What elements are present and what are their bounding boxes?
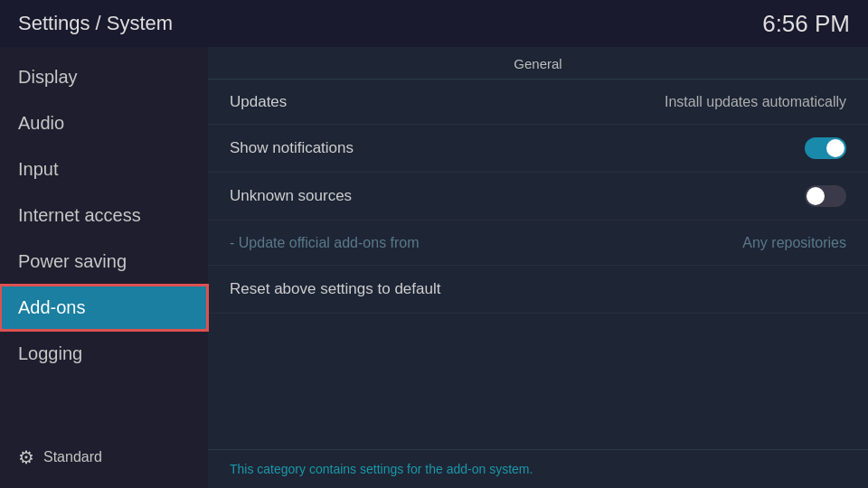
content-area: General UpdatesInstall updates automatic… bbox=[208, 47, 868, 488]
page-title: Settings / System bbox=[18, 12, 173, 35]
reset-row[interactable]: Reset above settings to default bbox=[208, 266, 868, 314]
reset-label: Reset above settings to default bbox=[230, 280, 440, 297]
setting-value-update-official-addons: Any repositories bbox=[742, 235, 846, 251]
setting-row-show-notifications[interactable]: Show notifications bbox=[208, 125, 868, 173]
main-layout: DisplayAudioInputInternet accessPower sa… bbox=[0, 47, 868, 488]
sidebar-footer-label: Standard bbox=[43, 449, 102, 465]
sidebar-item-audio[interactable]: Audio bbox=[0, 100, 208, 146]
gear-icon: ⚙ bbox=[18, 446, 34, 468]
toggle-show-notifications[interactable] bbox=[805, 137, 846, 159]
setting-label-unknown-sources: Unknown sources bbox=[230, 187, 352, 205]
sidebar: DisplayAudioInputInternet accessPower sa… bbox=[0, 47, 208, 488]
toggle-knob-show-notifications bbox=[826, 139, 844, 157]
sidebar-item-add-ons[interactable]: Add-ons bbox=[0, 285, 208, 331]
sidebar-footer[interactable]: ⚙ Standard bbox=[0, 434, 208, 481]
content-footer: This category contains settings for the … bbox=[208, 449, 868, 488]
setting-row-update-official-addons[interactable]: - Update official add-ons fromAny reposi… bbox=[208, 221, 868, 266]
clock: 6:56 PM bbox=[762, 10, 850, 38]
setting-label-updates: Updates bbox=[230, 93, 287, 111]
toggle-unknown-sources[interactable] bbox=[805, 185, 846, 207]
sidebar-item-display[interactable]: Display bbox=[0, 54, 208, 100]
sidebar-item-input[interactable]: Input bbox=[0, 146, 208, 192]
setting-label-update-official-addons: - Update official add-ons from bbox=[230, 235, 420, 251]
section-header: General bbox=[208, 47, 868, 80]
setting-label-show-notifications: Show notifications bbox=[230, 139, 354, 157]
setting-value-updates: Install updates automatically bbox=[665, 94, 846, 110]
content-inner: General UpdatesInstall updates automatic… bbox=[208, 47, 868, 449]
header: Settings / System 6:56 PM bbox=[0, 0, 868, 47]
toggle-knob-unknown-sources bbox=[807, 187, 825, 205]
setting-row-unknown-sources[interactable]: Unknown sources bbox=[208, 173, 868, 221]
setting-row-updates[interactable]: UpdatesInstall updates automatically bbox=[208, 80, 868, 125]
sidebar-item-internet-access[interactable]: Internet access bbox=[0, 192, 208, 239]
sidebar-item-logging[interactable]: Logging bbox=[0, 331, 208, 377]
sidebar-item-power-saving[interactable]: Power saving bbox=[0, 239, 208, 285]
footer-description: This category contains settings for the … bbox=[230, 462, 533, 476]
